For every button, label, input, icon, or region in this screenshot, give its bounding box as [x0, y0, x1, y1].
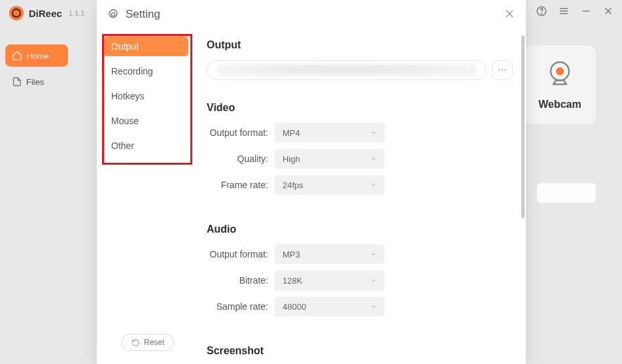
close-window-icon[interactable]: [602, 5, 614, 17]
reset-label: Reset: [144, 338, 164, 347]
section-output-title: Output: [207, 39, 513, 51]
chevron-down-icon: [370, 277, 377, 284]
gear-icon: [107, 8, 119, 20]
section-video-title: Video: [207, 102, 513, 114]
menu-icon[interactable]: [558, 5, 570, 17]
webcam-card[interactable]: Webcam: [524, 46, 596, 124]
nav-home[interactable]: Home: [5, 44, 68, 67]
files-icon: [12, 76, 22, 87]
main-nav: Home Files: [5, 44, 68, 97]
label-bitrate: Bitrate:: [207, 275, 275, 286]
bitrate-select[interactable]: 128K: [275, 271, 385, 290]
chevron-down-icon: [370, 251, 377, 257]
chevron-down-icon: [370, 182, 377, 188]
frame-rate-select[interactable]: 24fps: [275, 175, 385, 195]
minimize-icon[interactable]: [580, 5, 592, 17]
tab-hotkeys[interactable]: Hotkeys: [103, 86, 188, 106]
label-quality: Quality:: [207, 154, 275, 164]
tab-other[interactable]: Other: [103, 136, 188, 156]
video-format-value: MP4: [283, 128, 300, 138]
svg-point-10: [111, 12, 114, 16]
nav-home-label: Home: [26, 51, 49, 61]
tab-output[interactable]: Output: [103, 37, 188, 56]
chevron-down-icon: [370, 129, 377, 136]
audio-format-value: MP3: [283, 250, 300, 259]
background-card-stub: [537, 183, 596, 203]
settings-content[interactable]: Output ··· Video Output format: MP4 Qual: [195, 29, 526, 364]
webcam-icon: [544, 59, 576, 91]
svg-point-1: [542, 13, 542, 14]
scrollbar-thumb[interactable]: [521, 35, 525, 218]
output-path-redacted: [216, 63, 477, 76]
app-version: 1.1.1: [69, 9, 84, 17]
audio-format-select[interactable]: MP3: [275, 244, 385, 264]
webcam-label: Webcam: [538, 99, 581, 110]
chevron-down-icon: [370, 156, 377, 162]
settings-sidebar: Output Recording Hotkeys Mouse Other Res…: [97, 29, 195, 364]
quality-select[interactable]: High: [275, 149, 385, 169]
label-frame-rate: Frame rate:: [207, 180, 275, 190]
home-icon: [12, 50, 22, 61]
quality-value: High: [283, 154, 300, 164]
nav-files[interactable]: Files: [5, 71, 68, 93]
modal-header: Setting: [97, 0, 526, 29]
help-icon[interactable]: [536, 5, 547, 17]
tab-mouse[interactable]: Mouse: [103, 111, 188, 131]
svg-point-9: [556, 67, 564, 75]
app-logo-icon: [9, 6, 24, 20]
section-audio-title: Audio: [207, 223, 513, 235]
label-video-format: Output format:: [207, 127, 275, 138]
window-controls: [536, 5, 614, 17]
modal-title: Setting: [126, 8, 160, 21]
app-name: DiReec: [29, 8, 62, 19]
frame-rate-value: 24fps: [283, 180, 303, 190]
browse-path-button[interactable]: ···: [492, 60, 513, 80]
ellipsis-icon: ···: [498, 64, 506, 76]
reset-icon: [131, 339, 140, 347]
video-format-select[interactable]: MP4: [275, 123, 385, 142]
reset-button[interactable]: Reset: [122, 334, 174, 351]
tab-recording[interactable]: Recording: [103, 61, 188, 81]
settings-modal: Setting Output Recording Hotkeys Mouse O…: [97, 0, 526, 364]
close-modal-button[interactable]: [504, 8, 515, 20]
nav-files-label: Files: [26, 77, 44, 87]
sample-rate-select[interactable]: 48000: [275, 297, 385, 316]
bitrate-value: 128K: [283, 276, 302, 286]
output-path-input[interactable]: [207, 60, 487, 80]
chevron-down-icon: [370, 303, 377, 310]
section-screenshot-title: Screenshot: [207, 345, 513, 357]
label-audio-format: Output format:: [207, 249, 275, 259]
sample-rate-value: 48000: [283, 302, 306, 312]
label-sample-rate: Sample rate:: [207, 301, 275, 312]
